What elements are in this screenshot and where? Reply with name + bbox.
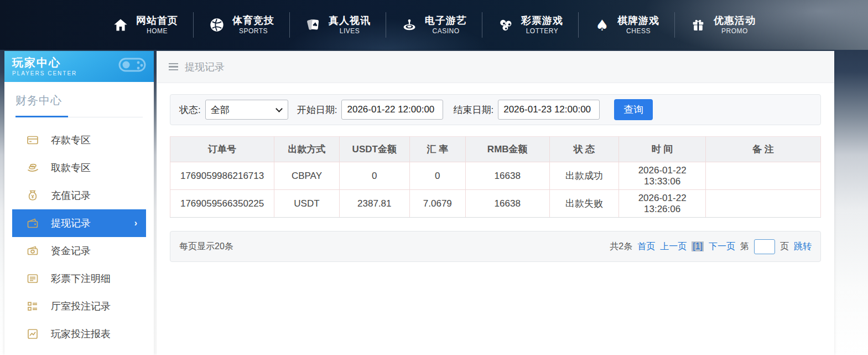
col-usdt-amount: USDT金额 xyxy=(339,137,409,162)
nav-item-casino[interactable]: 电子游艺 CASINO xyxy=(386,14,482,35)
current-page-indicator: [1] xyxy=(692,241,704,251)
sidebar-item-withdraw-zone[interactable]: 取款专区 xyxy=(12,154,146,182)
jump-prefix: 第 xyxy=(740,241,749,253)
menu-icon[interactable] xyxy=(169,63,178,71)
section-underline xyxy=(15,116,143,117)
sidebar-item-label: 取款专区 xyxy=(51,161,91,174)
col-method: 出款方式 xyxy=(274,137,340,162)
nav-label-en: CASINO xyxy=(432,27,459,35)
table-row: 1769059566350225 USDT 2387.81 7.0679 166… xyxy=(170,190,821,218)
first-page-link[interactable]: 首页 xyxy=(637,241,655,253)
sidebar-item-label: 资金记录 xyxy=(51,244,91,258)
cell-order-id: 1769059566350225 xyxy=(170,190,274,218)
nav-label-zh: 网站首页 xyxy=(136,14,178,27)
end-date-label: 结束日期: xyxy=(453,104,493,116)
nav-item-lottery[interactable]: 彩票游戏 LOTTERY xyxy=(482,14,578,35)
col-status: 状 态 xyxy=(549,137,619,162)
sidebar-item-label: 充值记录 xyxy=(51,189,91,202)
next-page-link[interactable]: 下一页 xyxy=(709,241,735,253)
page-title: 提现记录 xyxy=(185,60,225,74)
nav-label-zh: 彩票游戏 xyxy=(521,14,563,27)
nav-item-lives[interactable]: 真人视讯 LIVES xyxy=(290,14,386,35)
nav-item-promo[interactable]: 优惠活动 PROMO xyxy=(675,14,771,35)
filter-bar: 状态: 全部 开始日期: 结束日期: 查询 xyxy=(170,94,821,125)
nav-label-en: PROMO xyxy=(721,27,748,35)
home-icon xyxy=(112,17,129,33)
cell-rmb-amount: 16638 xyxy=(465,190,549,218)
cell-method: USDT xyxy=(274,190,340,218)
status-label: 状态: xyxy=(179,104,201,116)
nav-item-home[interactable]: 网站首页 HOME xyxy=(97,14,193,35)
nav-label-zh: 电子游艺 xyxy=(425,14,467,27)
main-panel: 提现记录 状态: 全部 开始日期: 结束日期: 查询 xyxy=(157,51,834,355)
sidebar-item-hall-bet-records[interactable]: 厅室投注记录 xyxy=(12,292,146,320)
nav-label-zh: 棋牌游戏 xyxy=(617,14,659,27)
deposit-card-icon xyxy=(27,134,39,146)
table-row: 1769059986216713 CBPAY 0 0 16638 出款成功 20… xyxy=(170,162,821,190)
cell-rate: 7.0679 xyxy=(409,190,465,218)
search-button[interactable]: 查询 xyxy=(614,99,653,120)
sidebar: 玩家中心 PLAYERS CENTER 财务中心 存款专区 xyxy=(4,51,154,355)
sidebar-item-lottery-bet-details[interactable]: 彩票下注明细 xyxy=(12,265,146,292)
nav-item-sports[interactable]: 体育竞技 SPORTS xyxy=(194,14,289,35)
nav-label-zh: 体育竞技 xyxy=(232,14,274,27)
cell-order-id: 1769059986216713 xyxy=(170,162,274,190)
col-order-id: 订单号 xyxy=(170,137,274,162)
nav-label-en: SPORTS xyxy=(239,27,268,35)
gamepad-icon xyxy=(116,54,148,79)
status-select[interactable]: 全部 xyxy=(205,100,288,120)
list-icon xyxy=(27,272,39,285)
withdraw-hand-icon xyxy=(27,162,39,174)
nav-label-zh: 真人视讯 xyxy=(329,14,371,27)
top-nav: 网站首页 HOME 体育竞技 SPORTS 真人视讯 LIVES xyxy=(0,0,868,50)
lottery-balls-icon xyxy=(497,17,514,33)
page-number-input[interactable] xyxy=(754,239,775,254)
sidebar-item-label: 提现记录 xyxy=(51,217,91,230)
sidebar-item-funds-records[interactable]: 资金记录 xyxy=(12,237,146,265)
sidebar-item-label: 存款专区 xyxy=(51,133,91,147)
sidebar-item-label: 厅室投注记录 xyxy=(51,300,111,313)
nav-label-en: CHESS xyxy=(626,27,651,35)
money-bag-icon xyxy=(27,189,39,202)
cell-status: 出款成功 xyxy=(549,162,619,190)
sidebar-header: 玩家中心 PLAYERS CENTER xyxy=(4,51,154,82)
sidebar-item-recharge-records[interactable]: 充值记录 xyxy=(12,182,146,209)
nav-label-zh: 优惠活动 xyxy=(714,14,756,27)
finance-section: 财务中心 xyxy=(4,82,154,117)
sidebar-item-deposit-zone[interactable]: 存款专区 xyxy=(12,126,146,154)
cell-rmb-amount: 16638 xyxy=(465,162,549,190)
cell-usdt-amount: 2387.81 xyxy=(339,190,409,218)
checklist-icon xyxy=(27,300,39,312)
nav-label-en: HOME xyxy=(147,27,168,35)
sports-ball-icon xyxy=(209,17,225,33)
cell-usdt-amount: 0 xyxy=(339,162,409,190)
wallet-icon xyxy=(27,217,39,229)
sidebar-item-player-bet-report[interactable]: 玩家投注报表 xyxy=(12,320,146,348)
end-date-input[interactable] xyxy=(498,100,600,120)
table-header-row: 订单号 出款方式 USDT金额 汇 率 RMB金额 状 态 时 间 备 注 xyxy=(170,137,821,162)
col-remark: 备 注 xyxy=(705,137,820,162)
start-date-label: 开始日期: xyxy=(297,104,337,116)
col-time: 时 间 xyxy=(619,137,705,162)
cell-remark xyxy=(705,162,820,190)
nav-label-en: LOTTERY xyxy=(526,27,559,35)
prev-page-link[interactable]: 上一页 xyxy=(660,241,687,253)
playing-cards-icon xyxy=(305,17,321,33)
total-count-text: 共2条 xyxy=(610,241,632,253)
cell-rate: 0 xyxy=(409,162,465,190)
finance-section-title: 财务中心 xyxy=(15,93,143,108)
breadcrumb: 提现记录 xyxy=(157,51,834,83)
jump-link[interactable]: 跳转 xyxy=(794,241,812,253)
gift-icon xyxy=(690,17,706,33)
jump-suffix: 页 xyxy=(780,241,789,253)
nav-item-chess[interactable]: ♠ 棋牌游戏 CHESS xyxy=(579,14,674,35)
withdrawal-records-table: 订单号 出款方式 USDT金额 汇 率 RMB金额 状 态 时 间 备 注 17… xyxy=(170,136,821,218)
cell-time: 2026-01-22 13:26:06 xyxy=(619,190,705,218)
start-date-input[interactable] xyxy=(341,100,443,120)
sidebar-item-withdrawal-records[interactable]: 提现记录 › xyxy=(12,209,146,237)
chevron-right-icon: › xyxy=(134,218,137,228)
cell-time: 2026-01-22 13:33:06 xyxy=(619,162,705,190)
cell-status: 出款失败 xyxy=(549,190,619,218)
cell-method: CBPAY xyxy=(274,162,340,190)
cell-remark xyxy=(705,190,820,218)
